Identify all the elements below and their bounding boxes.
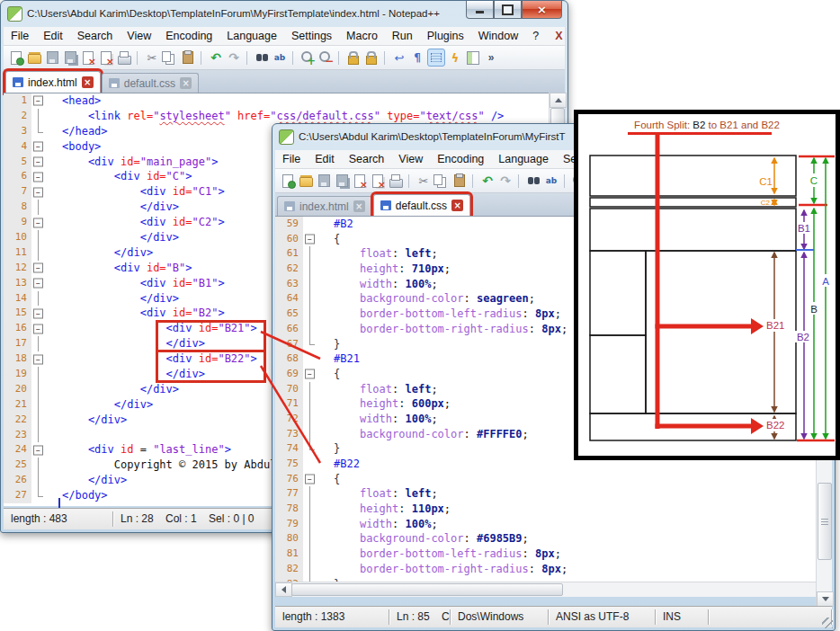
- guide-icon[interactable]: [427, 49, 445, 67]
- tab-close-icon[interactable]: ×: [451, 200, 463, 211]
- menu-item-encoding[interactable]: Encoding: [158, 30, 219, 42]
- code-line[interactable]: 80 background-color: #6985B9;: [275, 531, 832, 547]
- menu-item-macro[interactable]: Macro: [339, 30, 385, 42]
- fold-toggle-icon[interactable]: [303, 472, 317, 487]
- menu-item-edit[interactable]: Edit: [36, 30, 70, 42]
- showall-icon[interactable]: [409, 49, 425, 66]
- funclist-icon[interactable]: [447, 49, 463, 66]
- fold-toggle-icon[interactable]: [31, 261, 46, 276]
- open-icon[interactable]: [298, 173, 314, 189]
- menu-item-language[interactable]: Language: [219, 30, 284, 42]
- tab-close-icon[interactable]: ×: [82, 76, 94, 88]
- closeall-icon[interactable]: [98, 49, 114, 66]
- replace-icon[interactable]: [272, 49, 288, 66]
- fold-toggle-icon[interactable]: [31, 184, 46, 200]
- code-line[interactable]: 76{: [275, 472, 832, 487]
- close-icon[interactable]: [352, 173, 368, 189]
- fold-toggle-icon[interactable]: [31, 215, 46, 230]
- synch-icon[interactable]: [363, 49, 380, 66]
- tab-index-html[interactable]: index.html×: [277, 196, 372, 216]
- menu-item-file[interactable]: File: [275, 153, 308, 165]
- menu-item-view[interactable]: View: [120, 30, 158, 42]
- new-icon[interactable]: [8, 49, 24, 66]
- save-icon[interactable]: [316, 173, 332, 189]
- code-line[interactable]: 82 border-bottom-right-radius: 8px;: [275, 562, 832, 577]
- menu-item-settings[interactable]: Settings: [284, 30, 339, 42]
- zoomin-icon[interactable]: [299, 49, 316, 66]
- zoomout-icon[interactable]: [317, 49, 334, 66]
- replace-icon[interactable]: [543, 173, 559, 189]
- copy-icon[interactable]: [433, 173, 450, 189]
- fold-toggle-icon[interactable]: [31, 276, 46, 291]
- scrollbar-thumb[interactable]: [291, 583, 563, 596]
- tab-default-css[interactable]: default.css×: [373, 194, 470, 216]
- close-button[interactable]: ×: [522, 1, 562, 19]
- tab-index-html[interactable]: index.html×: [5, 71, 101, 93]
- code-line[interactable]: 79 width: 100%;: [275, 517, 832, 532]
- horizontal-scrollbar[interactable]: [275, 582, 817, 597]
- code-line[interactable]: 81 border-bottom-left-radius: 8px;: [275, 547, 832, 562]
- code-line[interactable]: 77 float: left;: [275, 486, 832, 502]
- maximize-button[interactable]: [494, 1, 522, 19]
- minimize-button[interactable]: [466, 1, 494, 19]
- cut-icon[interactable]: [416, 173, 432, 189]
- redo-icon[interactable]: [226, 49, 242, 66]
- fold-toggle-icon[interactable]: [31, 442, 46, 458]
- copy-icon[interactable]: [162, 49, 178, 66]
- tab-close-icon[interactable]: ×: [353, 200, 365, 212]
- menu-item-window[interactable]: Window: [471, 30, 525, 42]
- menu-item-run[interactable]: Run: [385, 30, 420, 42]
- new-icon[interactable]: [280, 173, 296, 189]
- fold-toggle-icon[interactable]: [31, 351, 46, 367]
- menu-item-plugins[interactable]: Plugins: [420, 30, 471, 42]
- menu-item-search[interactable]: Search: [70, 30, 121, 42]
- cut-icon[interactable]: [144, 49, 160, 66]
- fold-toggle-icon[interactable]: [31, 306, 46, 321]
- fold-margin: [303, 517, 317, 532]
- docmap-icon[interactable]: [465, 49, 481, 66]
- tab-default-css[interactable]: default.css×: [102, 73, 199, 93]
- fold-toggle-icon[interactable]: [303, 232, 317, 247]
- menu-close-document-button[interactable]: X: [546, 30, 571, 42]
- menu-item-search[interactable]: Search: [342, 153, 392, 165]
- menu-item-encoding[interactable]: Encoding: [430, 153, 491, 165]
- code-line[interactable]: 78 height: 110px;: [275, 502, 832, 517]
- syncv-icon[interactable]: [345, 49, 362, 66]
- redo-icon[interactable]: [497, 173, 514, 189]
- fold-toggle-icon[interactable]: [31, 169, 46, 184]
- find-icon[interactable]: [525, 173, 541, 189]
- fold-toggle-icon[interactable]: [31, 321, 46, 336]
- fold-toggle-icon[interactable]: [31, 139, 46, 155]
- code-line[interactable]: 1<head>: [4, 93, 565, 109]
- close-icon[interactable]: [80, 49, 96, 66]
- fold-toggle-icon[interactable]: [303, 367, 317, 382]
- paste-icon[interactable]: [451, 173, 468, 189]
- undo-icon[interactable]: [208, 49, 224, 66]
- resize-grip[interactable]: [822, 618, 833, 628]
- closeall-icon[interactable]: [370, 173, 386, 189]
- menu-item-view[interactable]: View: [391, 153, 430, 165]
- scrollbar-thumb[interactable]: [818, 483, 832, 560]
- menu-item-help[interactable]: ?: [525, 30, 546, 42]
- print-icon[interactable]: [116, 49, 132, 66]
- undo-icon[interactable]: [479, 173, 496, 189]
- menu-item-language[interactable]: Language: [491, 153, 556, 165]
- fold-toggle-icon[interactable]: [31, 93, 46, 109]
- tab-close-icon[interactable]: ×: [180, 77, 192, 89]
- save-icon[interactable]: [44, 49, 60, 66]
- open-icon[interactable]: [26, 49, 42, 66]
- saveall-icon[interactable]: [334, 173, 350, 189]
- saveall-icon[interactable]: [62, 49, 78, 66]
- menu-item-edit[interactable]: Edit: [308, 153, 342, 165]
- print-icon[interactable]: [388, 173, 404, 189]
- menu-item-file[interactable]: File: [4, 30, 36, 42]
- scroll-left-button[interactable]: [275, 582, 292, 597]
- paste-icon[interactable]: [180, 49, 196, 66]
- find-icon[interactable]: [254, 49, 270, 66]
- ovf-icon[interactable]: [483, 49, 499, 66]
- code-line[interactable]: 2 <link rel="stylesheet" href="css/defau…: [4, 109, 565, 124]
- wrap-icon[interactable]: [391, 49, 407, 66]
- fold-toggle-icon[interactable]: [31, 155, 46, 170]
- scroll-down-button[interactable]: [817, 591, 834, 607]
- scroll-up-button[interactable]: [550, 93, 567, 108]
